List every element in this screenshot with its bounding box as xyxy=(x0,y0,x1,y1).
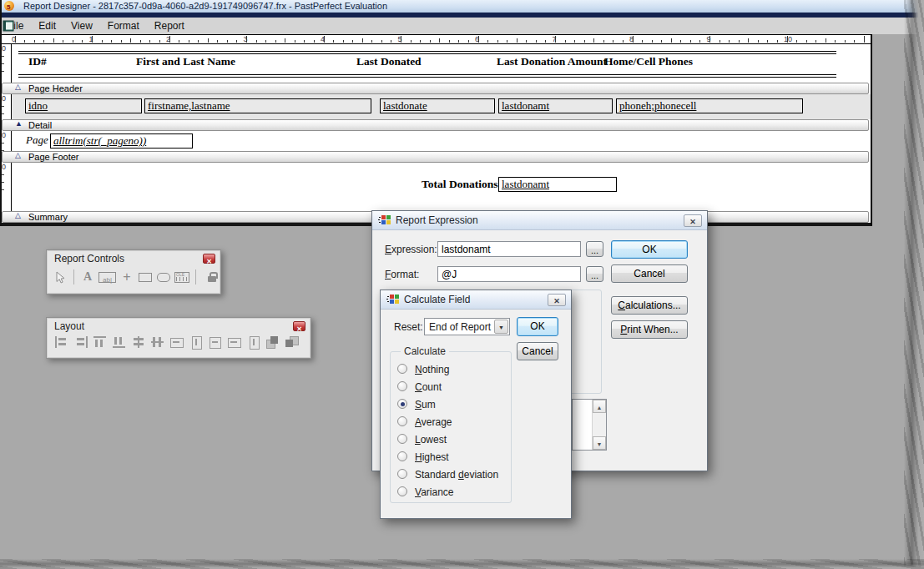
ruler-tick xyxy=(63,40,63,43)
field-phones[interactable]: phoneh;phonecell xyxy=(616,98,803,113)
total-donations-label[interactable]: Total Donations xyxy=(422,178,497,191)
send-to-back-icon[interactable] xyxy=(285,336,299,348)
comment-listbox[interactable] xyxy=(572,399,607,451)
ruler-tick xyxy=(439,38,440,43)
header-rule-line[interactable] xyxy=(18,74,836,75)
reset-label: Reset: xyxy=(394,321,423,333)
triangle-outline-icon xyxy=(15,83,21,91)
label-tool-icon[interactable]: A xyxy=(80,269,95,285)
window-title: Report Designer - 2817c357-0d9a-4060-a2d… xyxy=(23,0,387,13)
bring-to-front-icon[interactable] xyxy=(266,336,280,348)
radio-icon xyxy=(397,434,407,444)
header-rule-line[interactable] xyxy=(18,53,836,54)
close-icon[interactable] xyxy=(203,254,215,264)
calculate-field-dialog[interactable]: Calculate Field Reset: End of Report OK … xyxy=(380,290,572,519)
field-tool-icon[interactable] xyxy=(98,269,116,285)
ruler-tick xyxy=(324,36,325,43)
detail-band-area[interactable]: idno firstname,lastname lastdonate lastd… xyxy=(0,94,871,119)
window-left-edge xyxy=(0,0,2,226)
windows-flag-icon xyxy=(378,214,391,226)
same-width-icon[interactable] xyxy=(170,336,184,348)
cancel-button[interactable]: Cancel xyxy=(517,342,558,360)
center-horizontally-icon[interactable] xyxy=(228,336,241,348)
report-controls-toolbar[interactable]: Report Controls A xyxy=(46,249,221,295)
close-icon[interactable] xyxy=(684,214,702,227)
close-icon[interactable] xyxy=(293,321,305,331)
title-bar[interactable]: Report Designer - 2817c357-0d9a-4060-a2d… xyxy=(0,0,924,13)
expression-builder-button[interactable]: ... xyxy=(586,241,603,257)
ruler-tick xyxy=(130,38,131,43)
line-tool-icon[interactable] xyxy=(119,269,134,285)
page-footer-band-area[interactable]: Page alltrim(str(_pageno)) xyxy=(0,131,871,151)
field-idno[interactable]: idno xyxy=(25,98,142,113)
radio-icon xyxy=(397,469,407,479)
layout-toolbar[interactable]: Layout xyxy=(46,317,311,359)
field-summary-lastdonamt[interactable]: lastdonamt xyxy=(498,177,617,192)
column-header-last-donation-amount[interactable]: Last Donation Amount xyxy=(497,55,607,68)
band-bar-page-footer[interactable]: Page Footer xyxy=(2,151,869,163)
ruler-tick xyxy=(478,36,479,43)
menu-view[interactable]: View xyxy=(63,18,100,34)
summary-band-area[interactable]: Total Donations lastdonamt xyxy=(0,163,871,211)
center-vertical-icon[interactable] xyxy=(132,336,145,348)
column-header-name[interactable]: First and Last Name xyxy=(136,55,235,68)
close-icon[interactable] xyxy=(548,294,566,306)
scrollbar[interactable] xyxy=(592,400,606,450)
column-header-last-donated[interactable]: Last Donated xyxy=(356,55,422,68)
band-bar-detail[interactable]: Detail xyxy=(2,119,869,131)
ruler-tick xyxy=(391,40,391,43)
scroll-down-icon[interactable] xyxy=(593,436,606,450)
field-lastdonate[interactable]: lastdonate xyxy=(380,98,495,113)
format-builder-button[interactable]: ... xyxy=(586,266,603,282)
ok-button[interactable]: OK xyxy=(517,317,558,336)
menu-edit[interactable]: Edit xyxy=(31,18,63,34)
column-header-id[interactable]: ID# xyxy=(28,55,47,68)
cancel-button[interactable]: Cancel xyxy=(611,264,688,283)
rectangle-tool-icon[interactable] xyxy=(138,269,153,285)
align-top-icon[interactable] xyxy=(93,336,107,348)
pastperfect-app-icon xyxy=(4,1,14,11)
ruler-tick xyxy=(826,38,826,43)
field-lastdonamt[interactable]: lastdonamt xyxy=(498,98,613,113)
align-right-icon[interactable] xyxy=(74,336,88,348)
column-header-phones[interactable]: Home/Cell Phones xyxy=(604,55,693,68)
print-when-button[interactable]: Print When... xyxy=(611,320,688,339)
header-rule-line[interactable] xyxy=(18,51,836,52)
field-firstname-lastname[interactable]: firstname,lastname xyxy=(144,98,371,113)
ruler-tick xyxy=(487,40,488,43)
menu-report[interactable]: Report xyxy=(147,18,192,34)
dialog-title-bar[interactable]: Report Expression xyxy=(372,211,707,230)
center-horizontal-icon[interactable] xyxy=(151,336,164,348)
button-lock-icon[interactable] xyxy=(202,269,217,285)
ruler-tick xyxy=(806,40,807,43)
same-height-icon[interactable] xyxy=(189,336,203,348)
same-size-icon[interactable] xyxy=(209,336,222,348)
windows-flag-icon xyxy=(386,294,400,305)
ok-button[interactable]: OK xyxy=(611,240,688,259)
align-bottom-icon[interactable] xyxy=(113,336,126,348)
select-pointer-icon[interactable] xyxy=(53,269,68,285)
ruler-tick xyxy=(102,40,103,43)
ruler-tick xyxy=(709,36,710,43)
band-bar-page-header[interactable]: Page Header xyxy=(2,83,869,94)
picture-ole-tool-icon[interactable] xyxy=(174,269,189,285)
align-left-icon[interactable] xyxy=(55,336,68,348)
expression-input[interactable] xyxy=(437,241,581,257)
center-vertically-icon[interactable] xyxy=(247,336,260,348)
dialog-title-bar[interactable]: Calculate Field xyxy=(381,290,571,310)
ruler-tick xyxy=(652,40,653,43)
rounded-rectangle-tool-icon[interactable] xyxy=(156,269,171,285)
format-input[interactable] xyxy=(437,266,581,282)
header-rule-line[interactable] xyxy=(18,77,836,78)
page-label[interactable]: Page xyxy=(26,133,48,147)
reset-dropdown[interactable]: End of Report xyxy=(424,318,510,335)
page-header-band-area[interactable]: ID# First and Last Name Last Donated Las… xyxy=(0,44,871,83)
ruler-tick xyxy=(236,40,237,43)
ruler-tick xyxy=(854,40,855,43)
scroll-up-icon[interactable] xyxy=(593,400,606,413)
radio-icon xyxy=(397,486,407,496)
menu-format[interactable]: Format xyxy=(100,18,147,34)
chevron-down-icon[interactable] xyxy=(494,320,508,334)
field-pageno[interactable]: alltrim(str(_pageno)) xyxy=(50,133,193,149)
calculations-button[interactable]: Calculations... xyxy=(611,296,688,315)
